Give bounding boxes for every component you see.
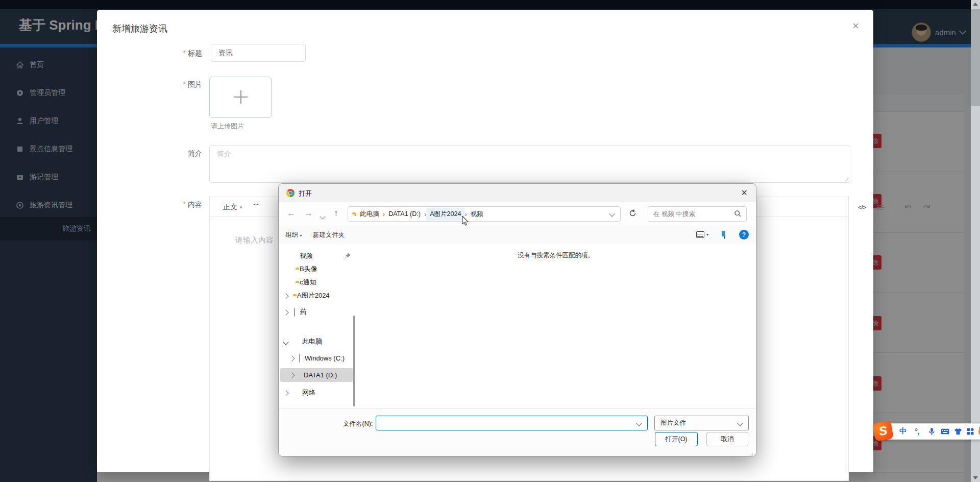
title-field-label: *标题 bbox=[146, 49, 202, 58]
empty-results-text: 没有与搜索条件匹配的项。 bbox=[359, 251, 752, 260]
quick-access-yao[interactable]: 药 bbox=[279, 305, 358, 319]
code-icon[interactable]: </> bbox=[858, 197, 866, 217]
image-upload-box[interactable] bbox=[209, 77, 272, 118]
chrome-icon bbox=[286, 189, 295, 197]
ime-toolbar[interactable]: S 中 °, bbox=[879, 423, 980, 440]
refresh-icon[interactable] bbox=[628, 209, 637, 220]
back-icon[interactable]: ← bbox=[287, 208, 296, 219]
quick-access-pictures-2024[interactable]: A图片2024 bbox=[279, 289, 358, 302]
tree-this-pc[interactable]: 此电脑 bbox=[279, 335, 358, 348]
cancel-button[interactable]: 取消 bbox=[706, 432, 748, 446]
new-folder-button[interactable]: 新建文件夹 bbox=[313, 231, 345, 239]
scrollbar-thumb[interactable] bbox=[971, 9, 980, 106]
close-icon[interactable]: × bbox=[852, 20, 859, 32]
view-mode-icon bbox=[696, 231, 704, 238]
modal-title: 新增旅游资讯 bbox=[112, 22, 167, 35]
file-icon bbox=[299, 354, 300, 362]
collapse-chevron-icon[interactable] bbox=[284, 338, 288, 346]
file-icon bbox=[294, 308, 295, 316]
dialog-close-icon[interactable]: ✕ bbox=[741, 188, 748, 198]
recent-chevron-icon[interactable] bbox=[321, 211, 325, 221]
fox-emoji-icon[interactable] bbox=[977, 424, 980, 439]
sidebar-scrollbar[interactable] bbox=[353, 316, 355, 406]
ime-mode-chinese[interactable]: 中 bbox=[897, 424, 909, 439]
skin-icon[interactable] bbox=[952, 424, 964, 439]
forward-icon[interactable]: → bbox=[304, 208, 313, 219]
redo-icon[interactable] bbox=[922, 197, 932, 217]
open-button[interactable]: 打开(O) bbox=[655, 432, 698, 446]
expand-chevron-icon[interactable] bbox=[284, 308, 288, 316]
pin-icon bbox=[345, 253, 351, 259]
dialog-navrow: ← → ↑ › 此电脑 › DATA1 (D:) › A图片2024 › 视频 … bbox=[279, 202, 756, 226]
dialog-titlebar[interactable]: 打开 ✕ bbox=[279, 184, 756, 202]
page-scrollbar[interactable] bbox=[971, 0, 980, 482]
expand-chevron-icon[interactable] bbox=[284, 292, 288, 300]
breadcrumb-this-pc[interactable]: 此电脑 bbox=[356, 210, 383, 219]
screen: 基于 Spring Bo admin 首页 管理员管理 用户管理 景点信息 bbox=[0, 0, 980, 482]
toolbox-icon[interactable] bbox=[965, 424, 976, 439]
soft-keyboard-icon[interactable] bbox=[939, 424, 950, 439]
divider-icon[interactable] bbox=[876, 197, 885, 217]
breadcrumb[interactable]: › 此电脑 › DATA1 (D:) › A图片2024 › 视频 bbox=[348, 206, 621, 222]
mouse-cursor bbox=[461, 216, 470, 226]
title-input[interactable] bbox=[211, 44, 306, 62]
expand-chevron-icon[interactable] bbox=[290, 354, 294, 362]
quick-access-c-notice[interactable]: c通知 bbox=[279, 276, 358, 289]
address-dropdown-icon[interactable] bbox=[609, 211, 615, 216]
content-placeholder: 请输入内容 bbox=[235, 235, 274, 245]
file-open-dialog: 打开 ✕ ← → ↑ › 此电脑 › DATA1 (D:) › A图片2024 … bbox=[278, 183, 756, 456]
content-field-label: *内容 bbox=[146, 200, 202, 209]
search-icon[interactable] bbox=[734, 210, 742, 218]
resize-grip-icon[interactable] bbox=[844, 176, 849, 181]
help-icon: ? bbox=[739, 230, 749, 239]
image-field-label: *图片 bbox=[146, 80, 202, 89]
preview-pane-button[interactable] bbox=[724, 231, 725, 238]
ime-punctuation[interactable]: °, bbox=[912, 424, 923, 439]
paragraph-style-dropdown[interactable]: 正文 ▾ bbox=[223, 197, 242, 217]
upload-hint: 请上传图片 bbox=[211, 122, 244, 131]
sogou-logo-icon[interactable]: S bbox=[872, 420, 894, 442]
dialog-body: 视频 B头像 c通知 A图片2024 药 bbox=[279, 244, 756, 408]
resize-grip-icon[interactable] bbox=[749, 451, 753, 455]
preview-pane-icon bbox=[724, 231, 725, 239]
tree-network[interactable]: 网络 bbox=[279, 386, 358, 399]
dialog-title: 打开 bbox=[299, 189, 312, 198]
tree-drive-d-selected[interactable]: DATA1 (D:) bbox=[279, 368, 358, 381]
organize-button[interactable]: 组织 ▾ bbox=[285, 231, 302, 239]
blockquote-icon[interactable]: “ bbox=[253, 197, 260, 217]
mic-icon[interactable] bbox=[926, 424, 937, 439]
intro-placeholder: 简介 bbox=[217, 150, 231, 159]
quick-access-b-avatar[interactable]: B头像 bbox=[279, 262, 358, 276]
scroll-up-icon[interactable] bbox=[973, 3, 978, 6]
intro-field-label: 简介 bbox=[146, 149, 202, 158]
quick-access-videos[interactable]: 视频 bbox=[279, 249, 358, 262]
up-icon[interactable]: ↑ bbox=[334, 208, 338, 219]
search-input[interactable]: 在 视频 中搜索 bbox=[648, 206, 747, 222]
expand-chevron-icon[interactable] bbox=[284, 389, 288, 397]
help-button[interactable]: ? bbox=[739, 230, 749, 239]
view-mode-button[interactable]: ▾ bbox=[696, 231, 708, 238]
filename-label: 文件名(N): bbox=[343, 420, 373, 428]
dialog-commandbar: 组织 ▾ 新建文件夹 ▾ ? bbox=[279, 226, 756, 245]
filetype-select[interactable]: 图片文件 bbox=[654, 416, 749, 430]
undo-icon[interactable] bbox=[903, 197, 913, 217]
search-placeholder: 在 视频 中搜索 bbox=[653, 210, 695, 219]
intro-textarea[interactable]: 简介 bbox=[209, 145, 850, 183]
tree-drive-c[interactable]: Windows (C:) bbox=[279, 351, 358, 365]
combo-chevron-icon bbox=[737, 420, 743, 426]
combo-chevron-icon[interactable] bbox=[636, 420, 642, 426]
filename-input[interactable] bbox=[376, 416, 648, 430]
breadcrumb-pictures-2024[interactable]: A图片2024 bbox=[426, 208, 464, 221]
dialog-footer: 文件名(N): 图片文件 打开(O) 取消 bbox=[279, 408, 756, 456]
scroll-down-icon[interactable] bbox=[973, 476, 978, 479]
breadcrumb-drive-d[interactable]: DATA1 (D:) bbox=[385, 210, 424, 218]
expand-chevron-icon[interactable] bbox=[290, 371, 294, 379]
